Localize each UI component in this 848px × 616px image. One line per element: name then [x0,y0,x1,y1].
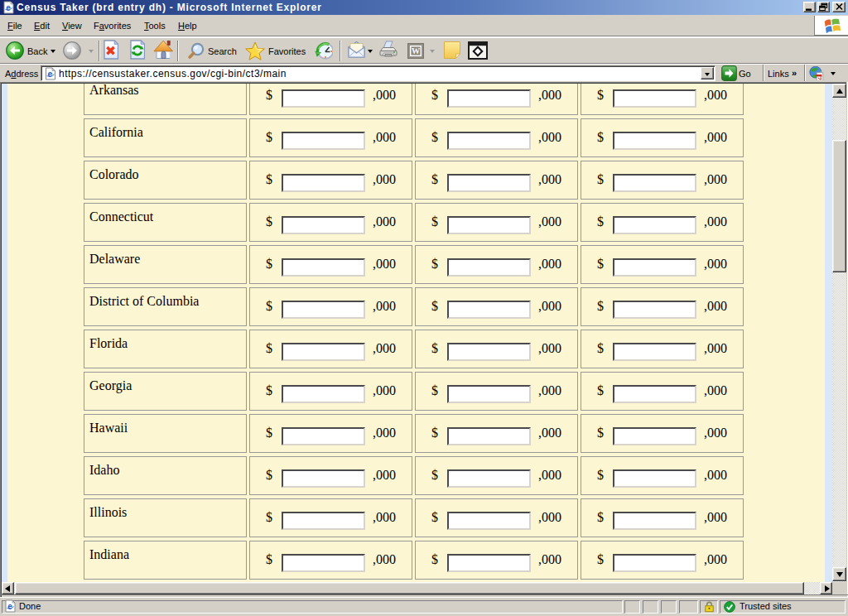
svg-text:e: e [6,3,11,12]
svg-text:W: W [412,46,421,55]
svg-text:e: e [47,69,52,79]
svg-text:e: e [7,602,12,611]
